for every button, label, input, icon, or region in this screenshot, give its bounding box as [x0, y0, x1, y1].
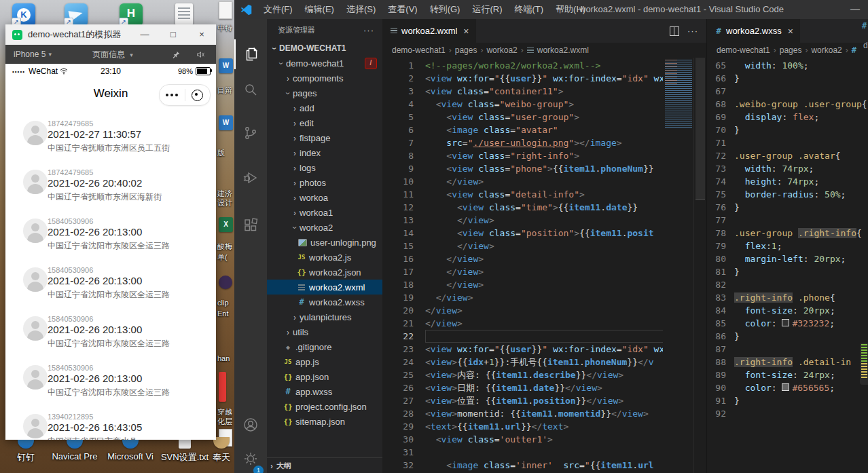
extensions-icon[interactable] — [234, 210, 267, 240]
code-line-69: 69 display: flex; — [707, 111, 868, 124]
desktop-icon-钉钉[interactable]: 钉钉 — [5, 437, 46, 463]
pin-icon[interactable] — [172, 50, 181, 59]
desktop-icon-Microsoft Vi[interactable]: Microsoft Vi — [102, 437, 159, 461]
tree-item-project.config.json[interactable]: {}project.config.json — [267, 399, 382, 414]
outline-section[interactable]: › 大纲 — [267, 457, 382, 473]
scrollbar[interactable] — [693, 58, 706, 473]
settings-gear-icon[interactable]: 1 — [234, 444, 267, 473]
simulator-window-controls: —□× — [130, 24, 216, 45]
tree-item-photos[interactable]: ›photos — [267, 175, 382, 190]
tree-item-workoa2.wxss[interactable]: #workoa2.wxss — [267, 295, 382, 309]
minimize-button[interactable]: — — [130, 24, 159, 45]
mute-icon[interactable] — [196, 50, 205, 59]
list-item[interactable]: 158405309062021-02-26 20:13:00中国辽宁省沈阳市东陵… — [5, 362, 216, 411]
wxss-file-icon: # — [283, 387, 293, 396]
outline-label: 大纲 — [276, 461, 291, 471]
tree-item-fistpage[interactable]: ›fistpage — [267, 130, 382, 145]
menu-item-1[interactable]: 编辑(E) — [299, 0, 340, 19]
tree-item-index[interactable]: ›index — [267, 145, 382, 160]
wxml-file-icon — [298, 284, 305, 290]
tree-item-DEMO-WECHAT1[interactable]: ›DEMO-WECHAT1 — [267, 41, 382, 56]
list-item[interactable]: 139402128952021-02-26 16:43:05中国河南省周口市商水… — [5, 411, 216, 440]
desktop-icon-奉天[interactable]: 奉天 — [208, 437, 235, 463]
list-item[interactable]: 158405309062021-02-26 20:13:00中国辽宁省沈阳市东陵… — [5, 265, 216, 314]
tree-item-app.wxss[interactable]: #app.wxss — [267, 384, 382, 399]
code-line-76: 76} — [707, 201, 868, 214]
breadcrumb-item[interactable]: demo-wechat1 — [392, 45, 446, 55]
tree-item-workoa1[interactable]: ›workoa1 — [267, 205, 382, 220]
explorer-icon[interactable] — [234, 39, 268, 69]
minimize-button[interactable]: — — [850, 0, 860, 18]
tree-item-workoa2[interactable]: ›workoa2 — [267, 220, 382, 235]
menu-item-5[interactable]: 运行(R) — [466, 0, 508, 19]
tree-item-yulanpictures[interactable]: ›yulanpictures — [267, 309, 382, 324]
tab-workoa2-wxss[interactable]: # workoa2.wxss × — [707, 19, 801, 43]
breadcrumb-item[interactable]: workoa2 — [811, 45, 842, 55]
paper-plane-app-shortcut-icon[interactable]: ↗ — [65, 3, 88, 26]
tab-bar: workoa2.wxml × ··· — [382, 19, 706, 43]
split-editor-icon[interactable] — [670, 26, 679, 36]
breadcrumb-item[interactable]: workoa2 — [486, 45, 517, 55]
tree-item-demo-wechat1[interactable]: ›demo-wechat1/ — [267, 56, 382, 71]
minimap[interactable] — [663, 58, 694, 473]
scrollbar-slider[interactable] — [695, 58, 705, 200]
tree-item-pages[interactable]: ›pages — [267, 86, 382, 100]
tree-item-workoa2.js[interactable]: JSworkoa2.js — [267, 250, 382, 265]
h-app-shortcut-icon[interactable]: H↗ — [120, 3, 143, 26]
menu-item-0[interactable]: 文件(F) — [257, 0, 299, 19]
avatar — [23, 414, 48, 438]
account-icon[interactable] — [234, 410, 267, 440]
close-tab-icon[interactable]: × — [788, 26, 793, 37]
k-app-shortcut-icon[interactable]: K↗ — [12, 3, 35, 26]
close-button[interactable]: × — [187, 24, 216, 45]
breadcrumb-item[interactable]: demo-wechat1 — [717, 45, 770, 55]
list-item[interactable]: 187424796852021-02-27 11:30:57中国辽宁省抚顺市东洲… — [5, 118, 216, 167]
code-line-27: 27<view>位置: {{item11.position}}</view> — [382, 394, 694, 407]
tree-item-app.json[interactable]: {}app.json — [267, 369, 382, 384]
tree-item-user-unlogin.png[interactable]: user-unlogin.png — [267, 235, 382, 250]
tree-item-logs[interactable]: ›logs — [267, 160, 382, 175]
list-item[interactable]: 158405309062021-02-26 20:13:00中国辽宁省沈阳市东陵… — [5, 216, 216, 265]
tree-item-.gitignore[interactable]: ◆.gitignore — [267, 339, 382, 354]
breadcrumb-item[interactable]: pages — [455, 45, 477, 55]
menu-item-4[interactable]: 转到(G) — [424, 0, 467, 19]
code-editor-wxml[interactable]: 1<!--pages/workoa2/workoa2.wxml-->2<view… — [382, 58, 706, 473]
desktop-fragment: han — [217, 354, 230, 362]
list-item[interactable]: 187424796852021-02-26 20:40:02中国辽宁省抚顺市东洲… — [5, 167, 216, 216]
explorer-actions-icon[interactable]: ··· — [363, 25, 374, 35]
menu-item-3[interactable]: 查看(V) — [382, 0, 423, 19]
code-editor-wxss[interactable]: 65 width: 100%;66}67 68.weibo-group .use… — [707, 58, 868, 473]
page-info-selector[interactable]: 页面信息 ▾ — [92, 49, 133, 60]
editor-more-actions-icon[interactable]: ··· — [687, 26, 698, 36]
tab-workoa2-wxml[interactable]: workoa2.wxml × — [382, 19, 477, 43]
text-document-icon[interactable] — [175, 3, 193, 25]
tree-item-workoa[interactable]: ›workoa — [267, 190, 382, 205]
tree-item-compoments[interactable]: ›compoments — [267, 71, 382, 86]
menu-item-6[interactable]: 终端(T) — [508, 0, 549, 19]
tree-item-workoa2.json[interactable]: {}workoa2.json — [267, 265, 382, 280]
device-selector[interactable]: iPhone 5 — [14, 50, 46, 59]
tree-item-app.js[interactable]: JSapp.js — [267, 354, 382, 369]
tree-item-utils[interactable]: ›utils — [267, 324, 382, 339]
more-menu-button[interactable] — [160, 94, 185, 96]
breadcrumb-item[interactable]: pages — [780, 45, 802, 55]
tree-item-edit[interactable]: ›edit — [267, 115, 382, 130]
code-line-14: 14 <view class="position">{{item11.posit — [382, 227, 694, 240]
breadcrumb-item[interactable]: workoa2.wxml — [537, 45, 589, 55]
search-icon[interactable] — [234, 75, 267, 105]
desktop-icon-Navicat Pre[interactable]: Navicat Pre — [48, 437, 102, 461]
desktop-fragment: W — [219, 115, 233, 130]
desktop-fragment: W — [219, 58, 233, 73]
tree-item-sitemap.json[interactable]: {}sitemap.json — [267, 414, 382, 429]
editor-group-wxml: workoa2.wxml × ··· demo-wechat1›pages›wo… — [382, 19, 706, 473]
close-tab-icon[interactable]: × — [463, 26, 469, 37]
tree-item-workoa2.wxml[interactable]: workoa2.wxml — [267, 280, 382, 295]
close-minimize-button[interactable] — [185, 90, 211, 101]
desktop-icon-SVN设置.txt[interactable]: SVN设置.txt — [156, 437, 213, 463]
maximize-button[interactable]: □ — [159, 24, 187, 45]
menu-item-2[interactable]: 选择(S) — [340, 0, 382, 19]
run-debug-icon[interactable] — [234, 163, 267, 193]
source-control-icon[interactable] — [234, 118, 267, 148]
list-item[interactable]: 158405309062021-02-26 20:13:00中国辽宁省沈阳市东陵… — [5, 314, 216, 362]
tree-item-add[interactable]: ›add — [267, 100, 382, 115]
